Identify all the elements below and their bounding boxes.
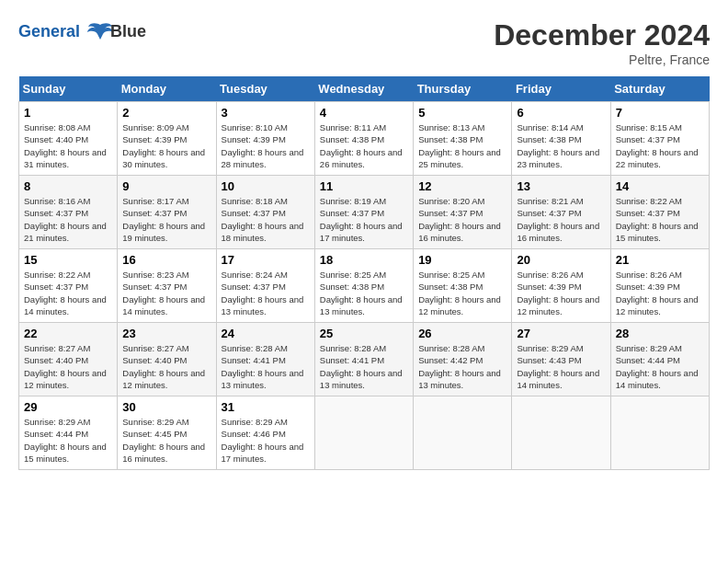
day-number: 30 [122,400,210,414]
calendar-cell: 17 Sunrise: 8:24 AMSunset: 4:37 PMDaylig… [216,249,314,323]
page-header: General Blue December 2024 Peltre, Franc… [18,18,710,67]
day-number: 20 [517,253,605,267]
calendar-cell: 23 Sunrise: 8:27 AMSunset: 4:40 PMDaylig… [118,323,216,396]
day-info: Sunrise: 8:27 AMSunset: 4:40 PMDaylight:… [122,343,205,390]
calendar-week-2: 8 Sunrise: 8:16 AMSunset: 4:37 PMDayligh… [19,176,710,249]
month-title: December 2024 [494,18,710,52]
day-number: 8 [24,179,112,193]
day-info: Sunrise: 8:29 AMSunset: 4:44 PMDaylight:… [616,343,699,390]
col-header-monday: Monday [118,76,216,102]
calendar-cell: 3 Sunrise: 8:10 AMSunset: 4:39 PMDayligh… [216,102,314,176]
day-info: Sunrise: 8:24 AMSunset: 4:37 PMDaylight:… [222,270,304,316]
day-number: 12 [418,179,506,193]
calendar-cell [512,396,610,470]
day-number: 13 [517,179,605,193]
calendar-cell: 21 Sunrise: 8:26 AMSunset: 4:39 PMDaylig… [610,249,709,323]
day-info: Sunrise: 8:25 AMSunset: 4:38 PMDaylight:… [320,270,403,316]
day-info: Sunrise: 8:26 AMSunset: 4:39 PMDaylight:… [517,270,599,316]
day-info: Sunrise: 8:28 AMSunset: 4:41 PMDaylight:… [222,343,304,390]
day-number: 2 [122,106,210,120]
calendar-cell: 4 Sunrise: 8:11 AMSunset: 4:38 PMDayligh… [314,102,413,176]
day-number: 29 [24,400,112,414]
calendar-cell [414,396,512,470]
day-info: Sunrise: 8:08 AMSunset: 4:40 PMDaylight:… [24,122,107,169]
day-number: 3 [222,106,310,120]
calendar-cell: 5 Sunrise: 8:13 AMSunset: 4:38 PMDayligh… [414,102,512,176]
calendar-cell: 14 Sunrise: 8:22 AMSunset: 4:37 PMDaylig… [610,176,709,249]
day-info: Sunrise: 8:18 AMSunset: 4:37 PMDaylight:… [222,196,304,243]
calendar-table: SundayMondayTuesdayWednesdayThursdayFrid… [18,76,710,470]
calendar-week-4: 22 Sunrise: 8:27 AMSunset: 4:40 PMDaylig… [19,323,710,396]
day-number: 28 [616,327,704,340]
col-header-saturday: Saturday [610,76,709,102]
day-info: Sunrise: 8:09 AMSunset: 4:39 PMDaylight:… [122,122,205,169]
col-header-sunday: Sunday [19,76,118,102]
day-number: 31 [222,400,310,414]
calendar-cell: 24 Sunrise: 8:28 AMSunset: 4:41 PMDaylig… [216,323,314,396]
calendar-cell: 18 Sunrise: 8:25 AMSunset: 4:38 PMDaylig… [314,249,413,323]
calendar-cell: 15 Sunrise: 8:22 AMSunset: 4:37 PMDaylig… [19,249,118,323]
day-number: 4 [320,106,408,120]
col-header-tuesday: Tuesday [216,76,314,102]
calendar-header-row: SundayMondayTuesdayWednesdayThursdayFrid… [19,76,710,102]
day-info: Sunrise: 8:28 AMSunset: 4:42 PMDaylight:… [418,343,501,390]
day-number: 24 [222,327,310,340]
col-header-friday: Friday [512,76,610,102]
calendar-cell: 28 Sunrise: 8:29 AMSunset: 4:44 PMDaylig… [610,323,709,396]
calendar-cell: 7 Sunrise: 8:15 AMSunset: 4:37 PMDayligh… [610,102,709,176]
day-info: Sunrise: 8:22 AMSunset: 4:37 PMDaylight:… [24,270,107,316]
logo-text-line2: Blue [110,22,146,40]
day-info: Sunrise: 8:29 AMSunset: 4:43 PMDaylight:… [517,343,599,390]
day-info: Sunrise: 8:27 AMSunset: 4:40 PMDaylight:… [24,343,107,390]
calendar-week-5: 29 Sunrise: 8:29 AMSunset: 4:44 PMDaylig… [19,396,710,470]
calendar-cell: 16 Sunrise: 8:23 AMSunset: 4:37 PMDaylig… [118,249,216,323]
day-info: Sunrise: 8:16 AMSunset: 4:37 PMDaylight:… [24,196,107,243]
calendar-cell: 9 Sunrise: 8:17 AMSunset: 4:37 PMDayligh… [118,176,216,249]
day-info: Sunrise: 8:14 AMSunset: 4:38 PMDaylight:… [517,122,599,169]
col-header-wednesday: Wednesday [314,76,413,102]
calendar-cell: 13 Sunrise: 8:21 AMSunset: 4:37 PMDaylig… [512,176,610,249]
day-number: 25 [320,327,408,340]
calendar-cell: 6 Sunrise: 8:14 AMSunset: 4:38 PMDayligh… [512,102,610,176]
logo-text-line1: General [18,22,80,40]
day-info: Sunrise: 8:26 AMSunset: 4:39 PMDaylight:… [616,270,699,316]
calendar-cell: 2 Sunrise: 8:09 AMSunset: 4:39 PMDayligh… [118,102,216,176]
day-number: 26 [418,327,506,340]
col-header-thursday: Thursday [414,76,512,102]
day-number: 15 [24,253,112,267]
calendar-cell: 29 Sunrise: 8:29 AMSunset: 4:44 PMDaylig… [19,396,118,470]
calendar-cell: 10 Sunrise: 8:18 AMSunset: 4:37 PMDaylig… [216,176,314,249]
day-info: Sunrise: 8:11 AMSunset: 4:38 PMDaylight:… [320,122,403,169]
day-info: Sunrise: 8:28 AMSunset: 4:41 PMDaylight:… [320,343,403,390]
day-info: Sunrise: 8:29 AMSunset: 4:44 PMDaylight:… [24,417,107,464]
day-number: 7 [616,106,704,120]
day-number: 21 [616,253,704,267]
day-number: 14 [616,179,704,193]
day-info: Sunrise: 8:10 AMSunset: 4:39 PMDaylight:… [222,122,304,169]
day-number: 5 [418,106,506,120]
calendar-cell: 19 Sunrise: 8:25 AMSunset: 4:38 PMDaylig… [414,249,512,323]
calendar-cell: 20 Sunrise: 8:26 AMSunset: 4:39 PMDaylig… [512,249,610,323]
calendar-cell [610,396,709,470]
calendar-cell: 25 Sunrise: 8:28 AMSunset: 4:41 PMDaylig… [314,323,413,396]
day-number: 1 [24,106,112,120]
day-info: Sunrise: 8:15 AMSunset: 4:37 PMDaylight:… [616,122,699,169]
calendar-week-3: 15 Sunrise: 8:22 AMSunset: 4:37 PMDaylig… [19,249,710,323]
day-info: Sunrise: 8:19 AMSunset: 4:37 PMDaylight:… [320,196,403,243]
day-info: Sunrise: 8:29 AMSunset: 4:46 PMDaylight:… [222,417,304,464]
day-info: Sunrise: 8:13 AMSunset: 4:38 PMDaylight:… [418,122,501,169]
day-number: 23 [122,327,210,340]
day-number: 18 [320,253,408,267]
day-number: 22 [24,327,112,340]
calendar-cell: 22 Sunrise: 8:27 AMSunset: 4:40 PMDaylig… [19,323,118,396]
day-info: Sunrise: 8:17 AMSunset: 4:37 PMDaylight:… [122,196,205,243]
day-number: 27 [517,327,605,340]
calendar-cell: 12 Sunrise: 8:20 AMSunset: 4:37 PMDaylig… [414,176,512,249]
day-info: Sunrise: 8:23 AMSunset: 4:37 PMDaylight:… [122,270,205,316]
day-number: 11 [320,179,408,193]
day-info: Sunrise: 8:25 AMSunset: 4:38 PMDaylight:… [418,270,501,316]
day-info: Sunrise: 8:20 AMSunset: 4:37 PMDaylight:… [418,196,501,243]
logo: General Blue [18,18,146,46]
title-block: December 2024 Peltre, France [494,18,710,67]
day-info: Sunrise: 8:22 AMSunset: 4:37 PMDaylight:… [616,196,699,243]
